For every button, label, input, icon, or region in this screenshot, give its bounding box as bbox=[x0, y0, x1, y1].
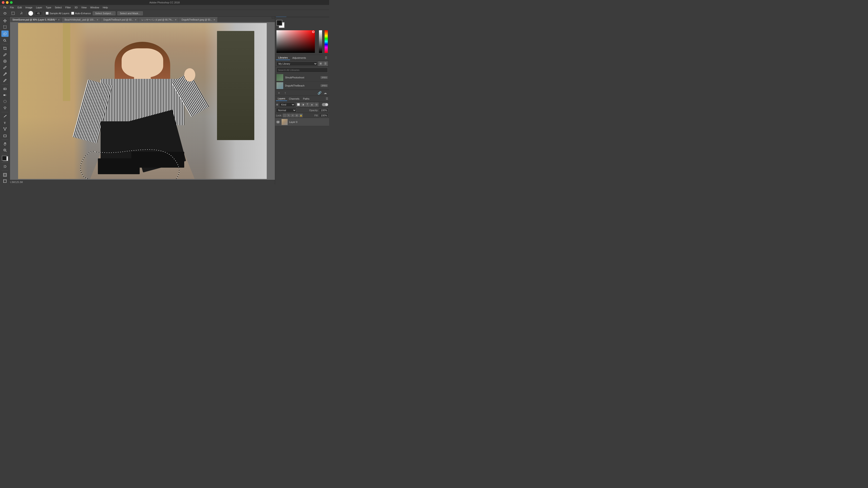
layer-visibility-0[interactable] bbox=[276, 120, 280, 124]
tab-0[interactable]: StreetScene.psd @ 90% (Layer 0, RGB/8) *… bbox=[10, 17, 62, 22]
tab-layers[interactable]: Layers bbox=[276, 96, 287, 101]
tool-artboard[interactable] bbox=[1, 178, 8, 184]
sample-all-layers-label[interactable]: Sample All Layers bbox=[46, 12, 69, 15]
tool-move[interactable] bbox=[1, 18, 8, 24]
tab-1[interactable]: BeachVolleyball_.psd @ 100... ✕ bbox=[62, 17, 101, 22]
library-dropdown[interactable]: My Library bbox=[276, 61, 317, 66]
tab-4[interactable]: DogsAtTheBeach.jpeg @ 50... ✕ bbox=[179, 17, 218, 22]
library-grid-view[interactable]: ⊞ bbox=[318, 61, 323, 66]
sample-all-layers-checkbox[interactable] bbox=[46, 12, 49, 15]
brush-preview[interactable] bbox=[28, 11, 33, 16]
tool-shape[interactable] bbox=[1, 132, 8, 139]
menu-edit[interactable]: Edit bbox=[16, 6, 24, 9]
library-link-button[interactable]: 🔗 bbox=[317, 90, 322, 95]
fg-bg-color-boxes[interactable] bbox=[276, 20, 285, 28]
library-list-view[interactable]: ☰ bbox=[323, 61, 328, 66]
tool-healing[interactable] bbox=[1, 58, 8, 64]
library-add-button[interactable]: + bbox=[276, 90, 281, 95]
tool-lasso[interactable] bbox=[1, 31, 8, 37]
lock-position-btn[interactable]: ✛ bbox=[291, 113, 294, 117]
tool-text[interactable]: T bbox=[1, 120, 8, 126]
tool-history[interactable] bbox=[1, 77, 8, 84]
alpha-bar[interactable] bbox=[319, 30, 322, 53]
blend-mode-select[interactable]: Normal bbox=[276, 108, 296, 112]
tool-selection[interactable] bbox=[1, 24, 8, 31]
menu-filter[interactable]: Filter bbox=[64, 6, 72, 9]
tool-hand[interactable] bbox=[1, 140, 8, 147]
filter-toggle[interactable] bbox=[322, 103, 328, 106]
filter-adjust-btn[interactable]: ◑ bbox=[301, 103, 305, 107]
brush-size[interactable]: 45 bbox=[35, 11, 42, 15]
foreground-color[interactable] bbox=[2, 156, 7, 161]
filter-kind-select[interactable]: Kind bbox=[279, 102, 295, 107]
menu-view[interactable]: View bbox=[80, 6, 88, 9]
auto-enhance-label[interactable]: Auto-Enhance bbox=[71, 12, 91, 15]
tool-icon-magic[interactable] bbox=[18, 11, 24, 16]
select-and-mask-button[interactable]: Select and Mask... bbox=[117, 11, 143, 15]
tool-brush[interactable] bbox=[1, 64, 8, 71]
fill-input[interactable] bbox=[319, 113, 328, 117]
tool-quick-select[interactable] bbox=[1, 37, 8, 43]
menu-file[interactable]: File bbox=[8, 6, 16, 9]
tool-icon-select[interactable] bbox=[10, 11, 16, 16]
filter-shape-btn[interactable]: ▲ bbox=[310, 103, 314, 107]
library-search-input[interactable] bbox=[276, 68, 328, 72]
foreground-background-colors[interactable] bbox=[1, 155, 8, 162]
maximize-button[interactable] bbox=[10, 1, 13, 4]
lock-artboard-btn[interactable]: ⊞ bbox=[295, 113, 299, 117]
tab-close-1[interactable]: ✕ bbox=[96, 19, 98, 21]
menu-type[interactable]: Type bbox=[44, 6, 53, 9]
menu-3d[interactable]: 3D bbox=[73, 6, 79, 9]
lock-transparent-btn[interactable]: ⬚ bbox=[283, 113, 286, 117]
library-item-0[interactable]: ShrubPhotoshoot JPEG bbox=[275, 73, 329, 82]
window-controls[interactable] bbox=[2, 1, 13, 4]
tool-gradient[interactable] bbox=[1, 92, 8, 98]
foreground-color-swatch[interactable] bbox=[276, 20, 282, 26]
layer-item-0[interactable]: Layer 0 bbox=[275, 118, 329, 126]
menu-window[interactable]: Window bbox=[89, 6, 101, 9]
filter-smart-btn[interactable]: ◎ bbox=[314, 103, 318, 107]
tab-3[interactable]: レッサーパンダ.psd @ 66.7%... ✕ bbox=[139, 17, 179, 22]
select-subject-button[interactable]: Select Subject... bbox=[93, 11, 116, 15]
tab-close-2[interactable]: ✕ bbox=[135, 19, 136, 21]
hue-slider[interactable] bbox=[324, 30, 328, 53]
libraries-panel-menu[interactable]: ☰ bbox=[324, 56, 328, 59]
menu-ps[interactable]: Ps bbox=[2, 6, 8, 9]
filter-pixel-btn[interactable]: ⬜ bbox=[296, 103, 301, 107]
color-spectrum[interactable] bbox=[276, 30, 315, 53]
filter-text-btn[interactable]: T bbox=[305, 103, 309, 107]
tab-channels[interactable]: Channels bbox=[287, 97, 301, 101]
menu-image[interactable]: Image bbox=[24, 6, 34, 9]
tool-clone-stamp[interactable] bbox=[1, 71, 8, 77]
tool-dodge[interactable] bbox=[1, 105, 8, 111]
color-picker-area[interactable] bbox=[276, 30, 328, 53]
auto-enhance-checkbox[interactable] bbox=[71, 12, 74, 15]
tab-close-0[interactable]: ✕ bbox=[58, 19, 60, 21]
tool-blur[interactable] bbox=[1, 98, 8, 105]
tool-screen-mode[interactable] bbox=[1, 172, 8, 178]
tab-libraries[interactable]: Libraries bbox=[276, 56, 290, 60]
tool-pen[interactable] bbox=[1, 113, 8, 120]
library-cloud-button[interactable]: ☁ bbox=[323, 90, 328, 95]
tool-eyedropper[interactable] bbox=[1, 52, 8, 58]
opacity-input[interactable] bbox=[319, 108, 328, 112]
menu-help[interactable]: Help bbox=[101, 6, 110, 9]
menu-select[interactable]: Select bbox=[53, 6, 64, 9]
tool-eraser[interactable] bbox=[1, 86, 8, 92]
lock-all-btn[interactable]: 🔒 bbox=[299, 113, 303, 117]
tool-crop[interactable] bbox=[1, 45, 8, 52]
layers-panel-menu[interactable]: ☰ bbox=[326, 97, 328, 100]
minimize-button[interactable] bbox=[6, 1, 8, 4]
tool-icon-lasso[interactable] bbox=[2, 11, 8, 16]
tool-quick-mask[interactable] bbox=[1, 164, 8, 170]
menu-layer[interactable]: Layer bbox=[34, 6, 44, 9]
tab-adjustments[interactable]: Adjustments bbox=[290, 56, 308, 60]
tab-close-3[interactable]: ✕ bbox=[175, 19, 177, 21]
lock-image-btn[interactable]: ✎ bbox=[287, 113, 290, 117]
tool-path-select[interactable] bbox=[1, 126, 8, 132]
library-item-1[interactable]: DogsAtTheBeach JPEG bbox=[275, 82, 329, 90]
close-button[interactable] bbox=[2, 1, 4, 4]
tool-zoom[interactable] bbox=[1, 147, 8, 153]
library-upload-button[interactable]: ↑ bbox=[283, 90, 288, 95]
tab-close-4[interactable]: ✕ bbox=[213, 19, 215, 21]
